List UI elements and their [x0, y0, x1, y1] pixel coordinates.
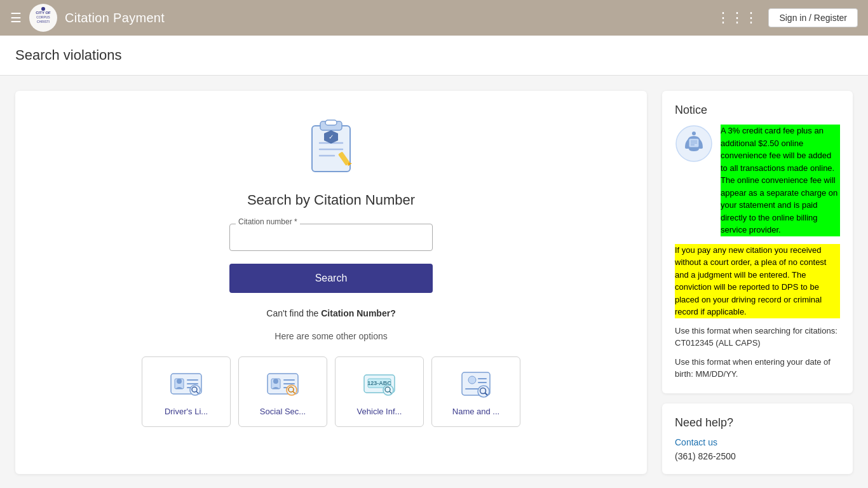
svg-point-48 — [692, 132, 696, 135]
citation-field-label: Citation number * — [236, 217, 300, 226]
bell-icon-area — [675, 125, 713, 165]
social-security-icon — [266, 367, 299, 400]
help-title: Need help? — [675, 416, 840, 430]
notice-card: Notice A 3% credit — [662, 91, 853, 393]
page-title: Search violations — [15, 47, 853, 64]
svg-rect-7 — [325, 120, 337, 125]
vehicle-info-card[interactable]: 123-ABC Vehicle Inf... — [335, 356, 424, 427]
svg-text:CITY OF: CITY OF — [36, 11, 51, 15]
vehicle-info-label: Vehicle Inf... — [357, 407, 402, 416]
search-button[interactable]: Search — [229, 264, 433, 293]
social-security-card[interactable]: Social Sec... — [238, 356, 327, 427]
clipboard-search-icon: ✓ — [302, 116, 360, 180]
drivers-license-icon — [170, 367, 203, 400]
bell-icon — [675, 125, 713, 163]
sign-in-button[interactable]: Sign in / Register — [768, 8, 858, 27]
svg-point-4 — [41, 7, 45, 11]
help-phone: (361) 826-2500 — [675, 451, 736, 461]
page-title-bar: Search violations — [0, 36, 868, 76]
cant-find-text: Can't find the Citation Number? — [266, 308, 395, 318]
name-dob-icon — [459, 367, 492, 400]
drivers-license-card[interactable]: Driver's Li... — [142, 356, 231, 427]
main-content: ✓ Search by Citation Number Citation num… — [0, 76, 868, 488]
grid-icon[interactable]: ⋮⋮⋮ — [716, 10, 758, 26]
other-options-text: Here are some other options — [275, 331, 387, 341]
svg-point-40 — [468, 376, 476, 384]
header-title: Citation Payment — [65, 11, 165, 25]
drivers-license-label: Driver's Li... — [165, 407, 208, 416]
social-security-label: Social Sec... — [260, 407, 306, 416]
center-card: ✓ Search by Citation Number Citation num… — [15, 91, 647, 474]
svg-point-17 — [177, 379, 182, 384]
notice-yellow-text: If you pay any new citation you received… — [675, 244, 840, 318]
notice-format-note2: Use this format when entering your date … — [675, 356, 840, 381]
logo-area: CITY OF CORPUS CHRISTI — [29, 4, 57, 32]
hamburger-icon[interactable]: ☰ — [10, 10, 22, 25]
citation-field-wrapper: Citation number * — [229, 224, 433, 251]
citation-input[interactable] — [229, 224, 433, 251]
notice-format-note1: Use this format when searching for citat… — [675, 325, 840, 349]
notice-title: Notice — [675, 104, 840, 117]
name-dob-card[interactable]: Name and ... — [431, 356, 520, 427]
svg-point-26 — [273, 379, 278, 384]
search-heading: Search by Citation Number — [247, 192, 415, 208]
notice-top: A 3% credit card fee plus an additional … — [675, 125, 840, 236]
app-header: ☰ CITY OF CORPUS CHRISTI Citation Paymen… — [0, 0, 868, 36]
svg-text:✓: ✓ — [329, 133, 334, 140]
help-card: Need help? Contact us (361) 826-2500 — [662, 403, 853, 474]
notice-green-text: A 3% credit card fee plus an additional … — [721, 125, 840, 236]
name-dob-label: Name and ... — [452, 407, 499, 416]
svg-text:CORPUS: CORPUS — [36, 15, 50, 19]
contact-us-link[interactable]: Contact us — [675, 437, 840, 447]
header-right: ⋮⋮⋮ Sign in / Register — [716, 8, 858, 27]
city-logo: CITY OF CORPUS CHRISTI — [29, 4, 57, 32]
option-cards: Driver's Li... Social Sec... — [36, 356, 627, 427]
clipboard-icon-area: ✓ — [302, 116, 360, 182]
right-sidebar: Notice A 3% credit — [662, 91, 853, 474]
vehicle-info-icon: 123-ABC — [363, 367, 396, 400]
svg-text:CHRISTI: CHRISTI — [37, 20, 50, 24]
header-left: ☰ CITY OF CORPUS CHRISTI Citation Paymen… — [10, 4, 165, 32]
svg-point-44 — [478, 386, 489, 397]
